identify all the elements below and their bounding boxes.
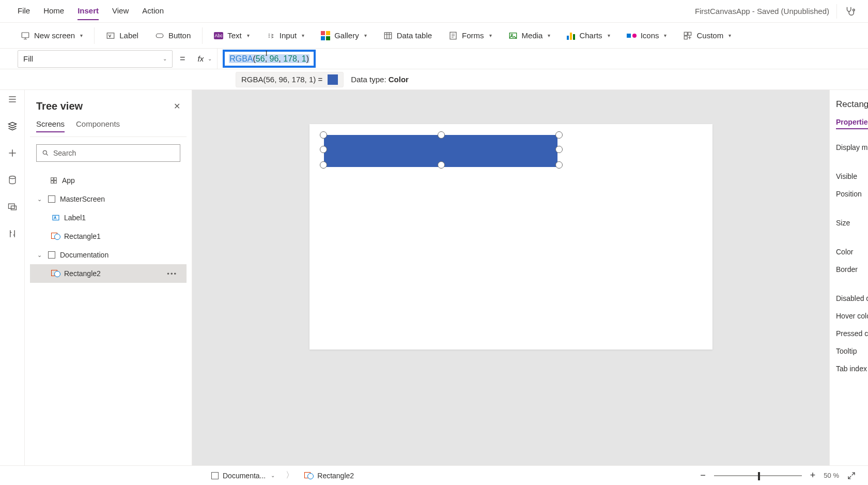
svg-point-11 xyxy=(9,176,16,179)
menu-view[interactable]: View xyxy=(112,2,129,20)
resize-handle[interactable] xyxy=(320,131,327,139)
tab-properties[interactable]: Properties xyxy=(836,118,868,129)
tree-node-rectangle2[interactable]: Rectangle2 ••• xyxy=(30,264,187,283)
formula-input[interactable]: I RGBA(56, 96, 178, 1) xyxy=(223,50,316,68)
gallery-icon xyxy=(321,31,330,40)
screen-icon xyxy=(48,195,55,203)
resize-handle[interactable] xyxy=(438,131,445,139)
properties-pane: Rectangle Properties Display mode Visibl… xyxy=(829,90,868,465)
zoom-out-button[interactable]: − xyxy=(700,470,706,481)
zoom-percent: 50 % xyxy=(824,472,839,479)
prop-disabled-color[interactable]: Disabled color xyxy=(836,290,868,307)
formula-args: (56, 96, 178, 1) xyxy=(253,54,309,63)
label-button[interactable]: Label xyxy=(100,28,145,43)
svg-rect-3 xyxy=(156,34,163,38)
chevron-down-icon[interactable]: ⌄ xyxy=(37,252,43,259)
zoom-thumb[interactable] xyxy=(758,472,760,480)
prop-display-mode[interactable]: Display mode xyxy=(836,139,868,156)
tab-components[interactable]: Components xyxy=(76,119,120,132)
search-icon xyxy=(42,149,49,157)
hamburger-icon[interactable] xyxy=(7,94,18,104)
tree-node-app[interactable]: App xyxy=(30,171,187,190)
canvas-area[interactable] xyxy=(192,90,829,465)
fit-to-screen-icon[interactable] xyxy=(847,472,856,480)
tree-view-title: Tree view xyxy=(36,100,83,112)
tree-node-documentation[interactable]: ⌄ Documentation xyxy=(30,246,187,264)
top-menu-bar: File Home Insert View Action FirstCanvas… xyxy=(0,0,868,23)
button-button[interactable]: Button xyxy=(149,28,197,43)
text-icon: Abc xyxy=(214,32,223,39)
app-checker-icon[interactable] xyxy=(844,6,856,17)
chevron-down-icon[interactable]: ⌄ xyxy=(37,196,43,203)
new-screen-button[interactable]: New screen▾ xyxy=(14,28,89,43)
text-dropdown[interactable]: Abc Text▾ xyxy=(208,28,256,43)
svg-rect-10 xyxy=(685,36,688,39)
formula-result: RGBA(56, 96, 178, 1) = xyxy=(236,72,344,87)
prop-visible[interactable]: Visible xyxy=(836,168,868,185)
tree-node-masterscreen[interactable]: ⌄ MasterScreen xyxy=(30,190,187,208)
canvas-page[interactable] xyxy=(309,124,712,350)
tree-search-input[interactable]: Search xyxy=(36,144,180,162)
separator xyxy=(94,27,95,44)
resize-handle[interactable] xyxy=(555,131,563,139)
breadcrumb-screen[interactable]: Documenta... ⌄ xyxy=(207,469,280,482)
shape-icon xyxy=(52,270,60,277)
tree-node-label1[interactable]: Label1 xyxy=(30,208,187,227)
prop-pressed-color[interactable]: Pressed color xyxy=(836,325,868,342)
property-selector[interactable]: Fill ⌄ xyxy=(18,50,173,68)
breadcrumb-control[interactable]: Rectangle2 xyxy=(300,469,359,482)
menu-insert[interactable]: Insert xyxy=(78,2,99,20)
data-type-label: Data type: Color xyxy=(351,75,409,84)
svg-point-7 xyxy=(511,34,513,36)
shape-icon xyxy=(305,473,313,479)
resize-handle[interactable] xyxy=(438,161,445,169)
menu-action[interactable]: Action xyxy=(142,2,164,20)
icons-dropdown[interactable]: Icons▾ xyxy=(621,28,673,43)
icons-icon xyxy=(627,34,637,38)
gallery-dropdown[interactable]: Gallery▾ xyxy=(315,28,373,43)
media-panel-icon[interactable] xyxy=(7,202,18,212)
text-cursor-icon: I xyxy=(265,50,271,58)
data-table-button[interactable]: Data table xyxy=(377,28,438,43)
prop-border[interactable]: Border xyxy=(836,261,868,278)
app-icon xyxy=(50,176,58,185)
tree-view-pane: Tree view ✕ Screens Components Search Ap… xyxy=(25,90,192,465)
custom-dropdown[interactable]: Custom▾ xyxy=(677,28,737,43)
tree-view-icon[interactable] xyxy=(7,121,18,131)
add-icon[interactable] xyxy=(7,148,18,158)
selected-control-name: Rectangle xyxy=(836,99,868,110)
prop-tooltip[interactable]: Tooltip xyxy=(836,342,868,360)
zoom-control: − + 50 % xyxy=(700,470,856,481)
label-icon xyxy=(52,214,60,222)
charts-dropdown[interactable]: Charts▾ xyxy=(561,28,616,43)
menu-file[interactable]: File xyxy=(18,2,30,20)
advanced-tools-icon[interactable] xyxy=(7,229,18,239)
tab-screens[interactable]: Screens xyxy=(36,119,65,132)
fx-button[interactable]: fx⌄ xyxy=(193,49,218,69)
more-options-icon[interactable]: ••• xyxy=(167,270,177,278)
svg-rect-15 xyxy=(51,178,54,180)
prop-color[interactable]: Color xyxy=(836,243,868,261)
prop-position[interactable]: Position xyxy=(836,185,868,203)
zoom-slider[interactable] xyxy=(714,475,802,476)
prop-tab-index[interactable]: Tab index xyxy=(836,360,868,377)
tree-node-rectangle1[interactable]: Rectangle1 xyxy=(30,227,187,246)
search-placeholder: Search xyxy=(53,149,76,157)
resize-handle[interactable] xyxy=(320,161,327,169)
svg-rect-18 xyxy=(54,181,57,184)
formula-result-bar: RGBA(56, 96, 178, 1) = Data type: Color xyxy=(0,69,868,90)
resize-handle[interactable] xyxy=(320,146,327,153)
data-icon[interactable] xyxy=(7,175,18,185)
zoom-in-button[interactable]: + xyxy=(810,470,816,481)
resize-handle[interactable] xyxy=(555,161,563,169)
svg-point-14 xyxy=(43,150,47,154)
resize-handle[interactable] xyxy=(555,146,563,153)
close-icon[interactable]: ✕ xyxy=(174,101,180,111)
media-dropdown[interactable]: Media▾ xyxy=(502,28,557,43)
prop-hover-color[interactable]: Hover color xyxy=(836,307,868,325)
shape-icon xyxy=(52,233,60,239)
forms-dropdown[interactable]: Forms▾ xyxy=(442,28,498,43)
menu-home[interactable]: Home xyxy=(43,2,64,20)
input-dropdown[interactable]: Input▾ xyxy=(260,28,311,43)
prop-size[interactable]: Size xyxy=(836,214,868,232)
